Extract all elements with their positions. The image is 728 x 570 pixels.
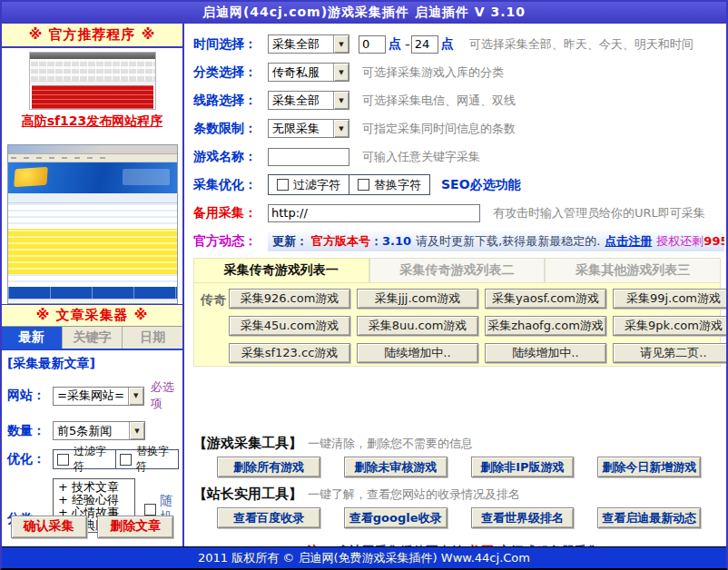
thumbnail-linkgrid xyxy=(30,59,155,81)
check-world-rank-button[interactable]: 查看世界级排名 xyxy=(471,507,575,528)
version-label: 官方版本号 xyxy=(311,233,370,250)
game-tools-desc: 一键清除，删除您不需要的信息 xyxy=(308,436,473,452)
games-category-label: 传奇 xyxy=(198,289,229,360)
line-select-label: 线路选择： xyxy=(193,93,268,109)
check-baidu-index-button[interactable]: 查看百度收录 xyxy=(217,507,320,528)
collect-game-button[interactable]: 陆续增加中.. xyxy=(357,343,478,363)
delete-article-button[interactable]: 删除文章 xyxy=(97,516,173,538)
collect-game-button[interactable]: 采集9pk.com游戏 xyxy=(613,316,726,336)
delete-unaudited-games-button[interactable]: 删除未审核游戏 xyxy=(344,457,448,477)
replace-option: 替换字符 xyxy=(349,175,429,194)
section-title: [采集最新文章] xyxy=(7,356,179,372)
news-text: 请及时更新下载,获得最新最稳定的. xyxy=(416,233,600,250)
site-tools-desc: 一键了解，查看您网站的收录情况及排名 xyxy=(308,486,520,503)
main-panel: 时间选择： 采集全部 ▼ 点 - 点 可选择采集全部、昨天、今天、明天和时间 分… xyxy=(184,24,726,546)
filter-checkbox[interactable] xyxy=(57,454,69,466)
game-tools-title: 【游戏采集工具】 xyxy=(193,435,302,452)
category-desc: 可选择采集游戏入库的分类 xyxy=(362,64,504,81)
time-desc: 可选择采集全部、昨天、今天、明天和时间 xyxy=(469,36,694,53)
line-desc: 可选择采集电信、网通、双线 xyxy=(362,93,516,109)
collect-game-button[interactable]: 采集yaosf.com游戏 xyxy=(485,289,606,309)
check-qidi-news-button[interactable]: 查看启迪最新动态 xyxy=(597,507,701,528)
filter-label: 过滤字符 xyxy=(74,444,112,475)
game-name-input[interactable] xyxy=(268,148,349,166)
promo-link[interactable]: 高防sf123发布网站程序 xyxy=(22,113,163,130)
optimize-box: 过滤字符 替换字符 xyxy=(53,449,179,469)
category-select-value: 传奇私服 xyxy=(269,64,333,81)
chevron-down-icon: ▼ xyxy=(333,64,349,81)
replace-label: 替换字符 xyxy=(136,444,174,475)
count-select[interactable]: 前5条新闻 ▼ xyxy=(53,421,145,440)
collect-game-button[interactable]: 采集jjj.com游戏 xyxy=(357,289,478,309)
collect-game-button[interactable]: 采集45u.com游戏 xyxy=(229,316,350,336)
register-link[interactable]: 点击注册 xyxy=(605,233,652,250)
thumbnail-table-rows xyxy=(8,203,177,229)
delete-today-new-games-button[interactable]: 删除今日新增游戏 xyxy=(597,457,701,477)
check-google-index-button[interactable]: 查看google收录 xyxy=(344,507,448,528)
game-tools-buttons: 删除所有游戏 删除未审核游戏 删除非IP版游戏 删除今日新增游戏 xyxy=(217,457,701,477)
collect-game-button[interactable]: 采集sf123.cc游戏 xyxy=(229,343,350,363)
tab-game-list-3[interactable]: 采集其他游戏列表三 xyxy=(545,258,721,282)
spacer xyxy=(193,367,726,432)
tab-game-list-2[interactable]: 采集传奇游戏列表二 xyxy=(369,258,546,282)
thumbnail-window-chrome xyxy=(8,145,177,154)
sidebar-tabs: 最新 关键字 日期 xyxy=(2,327,182,350)
hour-to-input[interactable] xyxy=(411,35,438,54)
tab-game-list-1[interactable]: 采集传奇游戏列表一 xyxy=(193,258,369,282)
confirm-collect-button[interactable]: 确认采集 xyxy=(11,516,87,538)
backup-url-input[interactable] xyxy=(268,204,480,222)
next-page-button[interactable]: 请见第二页.. xyxy=(613,343,726,363)
game-name-row: 游戏名称： 可输入任意关键字采集 xyxy=(193,142,726,171)
backup-row: 备用采集： 有攻击时输入管理员给你的URL即可采集 xyxy=(193,199,726,227)
delete-non-ip-games-button[interactable]: 删除非IP版游戏 xyxy=(471,457,575,477)
collect-game-button[interactable]: 陆续增加中.. xyxy=(485,343,606,363)
window-body: ※ 官方推荐程序 ※ 高防sf123发布网站程序 xyxy=(2,24,726,546)
game-list-panel: 传奇 采集926.com游戏 采集jjj.com游戏 采集yaosf.com游戏… xyxy=(193,282,721,367)
sidebar-tab-date[interactable]: 日期 xyxy=(123,327,182,349)
update-label: 更新： xyxy=(272,233,308,250)
limit-select[interactable]: 无限采集 ▼ xyxy=(268,119,349,138)
hour-from-input[interactable] xyxy=(359,35,386,54)
replace-checkbox[interactable] xyxy=(120,454,132,466)
collect-game-button[interactable]: 采集8uu.com游戏 xyxy=(357,316,478,336)
category-item[interactable]: + 技术文章 xyxy=(58,481,134,494)
seo-note: SEO必选功能 xyxy=(441,177,521,193)
required-note: 必选项 xyxy=(151,379,179,412)
article-site-thumbnail[interactable] xyxy=(7,144,178,304)
backup-desc: 有攻击时输入管理员给你的URL即可采集 xyxy=(493,205,705,221)
sidebar-tab-keyword[interactable]: 关键字 xyxy=(63,327,123,349)
site-select[interactable]: =采集网站= ▼ xyxy=(53,387,144,406)
version-number: ：3.10 xyxy=(370,233,411,250)
optimize-label: 优化： xyxy=(7,451,53,467)
site-tools-header: 【站长实用工具】 一键了解，查看您网站的收录情况及排名 xyxy=(193,486,721,503)
auth-days: 995 xyxy=(703,234,724,248)
thumbnail-red-banner xyxy=(32,85,153,109)
sidebar-tab-latest[interactable]: 最新 xyxy=(2,327,63,349)
replace-checkbox[interactable] xyxy=(358,179,369,191)
hour-unit-label: 点 xyxy=(389,36,401,53)
count-row: 数量： 前5条新闻 ▼ xyxy=(7,421,179,440)
auth-prefix: 授权还剩 xyxy=(656,233,703,250)
thumbnail-subbar xyxy=(8,193,177,203)
promo-site-thumbnail[interactable] xyxy=(29,52,156,110)
thumbnail-blue-banner xyxy=(8,162,177,193)
game-list-tabs: 采集传奇游戏列表一 采集传奇游戏列表二 采集其他游戏列表三 xyxy=(193,258,721,282)
category-item[interactable]: + 经验心得 xyxy=(58,494,134,506)
line-select[interactable]: 采集全部 ▼ xyxy=(268,91,349,110)
thumbnail-table-rows-2 xyxy=(8,274,177,287)
game-name-desc: 可输入任意关键字采集 xyxy=(362,149,480,165)
replace-option: 替换字符 xyxy=(115,450,178,468)
collect-game-button[interactable]: 采集99j.com游戏 xyxy=(613,289,726,309)
category-select[interactable]: 传奇私服 ▼ xyxy=(268,63,349,82)
time-select[interactable]: 采集全部 ▼ xyxy=(268,34,349,54)
site-tools-title: 【站长实用工具】 xyxy=(193,486,302,503)
official-news-label: 官方动态： xyxy=(193,233,268,250)
copyright-bar: 2011 版权所有 © 启迪网(免费游戏采集插件) Www.44cj.Com xyxy=(2,546,726,568)
app-title: 启迪网(44cj.com)游戏采集插件 启迪插件 V 3.10 xyxy=(202,5,526,21)
optimize-row: 优化： 过滤字符 替换字符 xyxy=(7,449,179,469)
sidebar: ※ 官方推荐程序 ※ 高防sf123发布网站程序 xyxy=(2,24,184,546)
collect-game-button[interactable]: 采集926.com游戏 xyxy=(229,289,350,309)
filter-checkbox[interactable] xyxy=(277,179,289,191)
delete-all-games-button[interactable]: 删除所有游戏 xyxy=(217,457,320,477)
collect-game-button[interactable]: 采集zhaofg.com游戏 xyxy=(485,316,606,336)
